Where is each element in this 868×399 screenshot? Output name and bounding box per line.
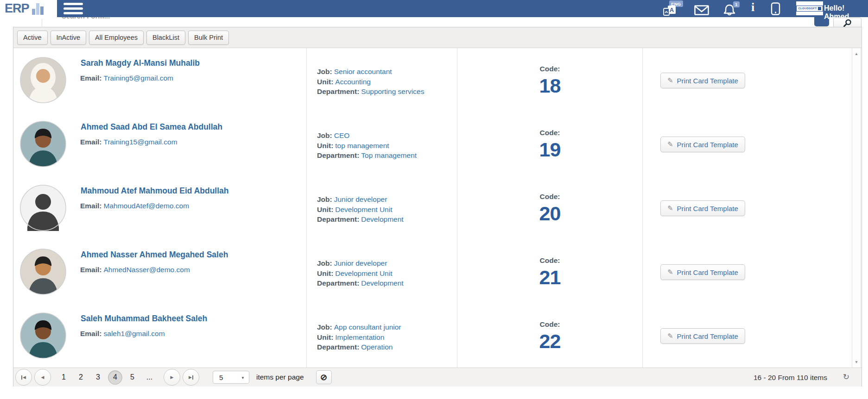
employee-identity-cell: Ahmed Saad Abd El Samea Abdullah Email:T…	[13, 112, 306, 176]
info-icon[interactable]: i	[751, 1, 754, 13]
department-value: Top management	[361, 151, 417, 159]
code-value: 22	[457, 330, 642, 353]
cancel-icon: ⊘	[320, 372, 327, 382]
unit-value: Development Unit	[335, 206, 392, 213]
code-value: 21	[457, 266, 642, 289]
employee-name[interactable]: Ahmed Nasser Ahmed Megahed Saleh	[81, 250, 228, 260]
department-label: Department:	[317, 279, 359, 287]
partner-logo-mark	[818, 7, 821, 10]
page: ERP ENG A 1 i	[0, 0, 868, 399]
page-prev-button[interactable]: ◀	[34, 369, 51, 386]
list-scrollbar[interactable]: ▲ ▼	[852, 48, 861, 368]
employee-avatar[interactable]	[20, 121, 66, 167]
department-value: Development	[361, 215, 403, 223]
language-translate-icon[interactable]: ENG A	[662, 0, 686, 16]
print-card-template-button[interactable]: ✎ Print Card Template	[660, 137, 745, 152]
print-card-template-button[interactable]: ✎ Print Card Template	[660, 328, 745, 344]
scroll-down-icon[interactable]: ▼	[852, 360, 861, 364]
print-card-template-label: Print Card Template	[677, 332, 738, 340]
print-card-template-button[interactable]: ✎ Print Card Template	[660, 264, 745, 280]
filter-button-active[interactable]: Active	[17, 31, 48, 45]
page-size-select[interactable]: 5 ▼	[213, 371, 249, 384]
code-value: 18	[457, 75, 642, 97]
notifications-bell-icon[interactable]: 1	[723, 3, 741, 16]
print-card-template-button[interactable]: ✎ Print Card Template	[660, 200, 745, 216]
unit-label: Unit:	[317, 269, 333, 277]
employee-print-cell: ✎ Print Card Template	[642, 304, 862, 368]
filter-button-bulk-print[interactable]: Bulk Print	[188, 31, 229, 45]
content-panel: ActiveInActiveAll EmployeesBlackListBulk…	[13, 27, 862, 387]
job-label: Job:	[317, 259, 332, 267]
page-button-4[interactable]: 4	[108, 370, 122, 385]
code-label: Code:	[457, 320, 642, 329]
cancel-button[interactable]: ⊘	[316, 370, 332, 384]
employee-row: Ahmed Saad Abd El Samea Abdullah Email:T…	[13, 112, 862, 176]
job-value: Junior developer	[334, 195, 387, 203]
partner-logo[interactable]: CLOUDSOFT	[796, 1, 823, 15]
pencil-icon: ✎	[667, 140, 673, 149]
employee-job-cell: Job:Junior developer Unit:Development Un…	[306, 176, 457, 240]
department-value: Operation	[361, 343, 393, 351]
unit-value: top management	[335, 142, 389, 150]
print-card-template-label: Print Card Template	[677, 205, 738, 212]
job-value: Senior accountant	[334, 68, 392, 75]
filter-button-inactive[interactable]: InActive	[51, 31, 87, 45]
unit-value: Implementation	[335, 333, 384, 341]
department-label: Department:	[317, 215, 359, 223]
page-button-1[interactable]: 1	[55, 373, 72, 381]
filter-button-blacklist[interactable]: BlackList	[146, 31, 185, 45]
job-value: CEO	[334, 131, 350, 139]
employee-row: Ahmed Nasser Ahmed Megahed Saleh Email:A…	[13, 240, 862, 304]
email-label: Email:	[80, 266, 102, 274]
pencil-icon: ✎	[667, 332, 673, 340]
unit-value: Development Unit	[335, 269, 392, 277]
menu-icon[interactable]	[63, 3, 83, 14]
employee-job-cell: Job:CEO Unit:top management Department:T…	[306, 112, 457, 176]
employee-name[interactable]: Saleh Muhammad Bakheet Saleh	[81, 314, 207, 324]
print-card-template-button[interactable]: ✎ Print Card Template	[660, 73, 745, 88]
employee-avatar[interactable]	[20, 57, 66, 103]
job-label: Job:	[317, 323, 332, 331]
print-card-template-label: Print Card Template	[677, 141, 738, 149]
employee-row: Mahmoud Atef Mahmoud Eid Abdullah Email:…	[13, 176, 862, 240]
page-first-button[interactable]: ◀	[15, 369, 32, 386]
filter-bar: ActiveInActiveAll EmployeesBlackListBulk…	[13, 27, 862, 48]
employee-list: Sarah Magdy Al-Mansi Muhalib Email:Train…	[13, 48, 862, 368]
app-logo[interactable]: ERP	[0, 0, 57, 17]
employee-print-cell: ✎ Print Card Template	[642, 112, 862, 176]
mobile-icon[interactable]	[771, 2, 780, 17]
employee-avatar[interactable]	[20, 249, 66, 295]
page-more-button[interactable]: ...	[141, 373, 158, 381]
employee-name[interactable]: Sarah Magdy Al-Mansi Muhalib	[81, 58, 200, 68]
employee-avatar[interactable]	[20, 185, 66, 231]
first-bar-icon	[21, 375, 22, 380]
unit-label: Unit:	[317, 206, 333, 213]
employee-name[interactable]: Ahmed Saad Abd El Samea Abdullah	[81, 122, 222, 132]
translate-glyph: A	[663, 5, 677, 16]
department-value: Supporting services	[361, 87, 424, 95]
unit-label: Unit:	[317, 78, 333, 86]
employee-email-line: Email:Training5@gmail.com	[80, 74, 173, 82]
employee-name[interactable]: Mahmoud Atef Mahmoud Eid Abdullah	[81, 186, 229, 196]
unit-label: Unit:	[317, 142, 333, 150]
unit-value: Accounting	[335, 78, 371, 86]
employee-avatar[interactable]	[20, 312, 66, 359]
page-last-button[interactable]: ▶	[183, 369, 199, 386]
notification-count-badge: 1	[733, 1, 740, 7]
page-button-2[interactable]: 2	[72, 373, 89, 381]
mail-icon[interactable]	[694, 5, 709, 17]
employee-row: Saleh Muhammad Bakheet Saleh Email:saleh…	[13, 304, 862, 368]
partner-logo-text: CLOUDSOFT	[798, 7, 817, 10]
print-card-template-label: Print Card Template	[677, 77, 738, 85]
employee-identity-cell: Saleh Muhammad Bakheet Saleh Email:saleh…	[13, 304, 306, 368]
scroll-up-icon[interactable]: ▲	[852, 51, 861, 56]
page-button-5[interactable]: 5	[124, 373, 141, 381]
employee-code-cell: Code: 19	[457, 112, 642, 176]
pencil-icon: ✎	[667, 268, 673, 276]
page-button-3[interactable]: 3	[89, 373, 107, 381]
job-value: Junior developer	[334, 259, 387, 267]
page-next-button[interactable]: ▶	[164, 369, 180, 386]
refresh-icon[interactable]: ↻	[843, 372, 849, 382]
svg-text:A: A	[670, 6, 674, 13]
filter-button-all-employees[interactable]: All Employees	[89, 31, 144, 45]
